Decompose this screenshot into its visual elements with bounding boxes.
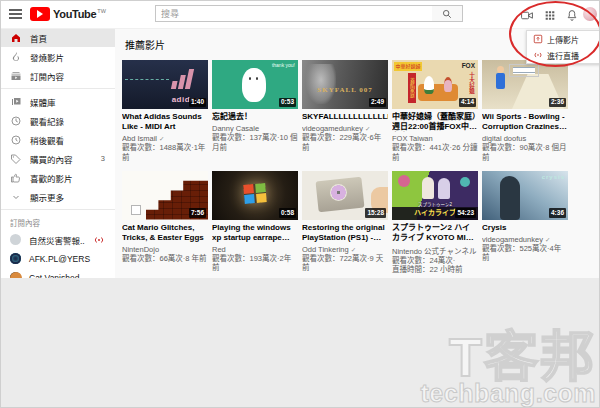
video-channel[interactable]: videogamedunkey✓ <box>482 235 568 244</box>
channel-avatar <box>10 253 21 264</box>
menu-icon[interactable] <box>9 9 22 19</box>
midi-waveform <box>125 79 169 80</box>
video-card[interactable]: SKYFALL 007 2:49 SKYFALLLLLLLLLLLLLLLLLL… <box>302 60 388 163</box>
channel-name: Cat Vanished <box>29 273 79 279</box>
sidebar-channel-item[interactable]: AFK.PL@YERS <box>0 249 115 268</box>
video-duration: 15:28 <box>365 208 386 218</box>
verified-badge-icon: ✓ <box>159 135 164 142</box>
video-channel[interactable]: Odd Tinkering✓ <box>302 245 388 254</box>
sidebar-item-purchases[interactable]: 購買的內容 3 <box>0 149 115 168</box>
search-input[interactable] <box>155 5 433 22</box>
menu-item-upload-video[interactable]: 上傳影片 <box>527 31 600 47</box>
promo-sign: 蓋酷家庭 <box>408 73 416 103</box>
verified-badge-icon: ✓ <box>545 236 550 243</box>
video-meta-live: 直播時間：22 小時前 <box>392 265 478 275</box>
sidebar-item-liked-videos[interactable]: 喜歡的影片 <box>0 168 115 187</box>
sidebar-item-history[interactable]: 觀看紀錄 <box>0 111 115 130</box>
subscriptions-header: 訂閱內容 <box>0 213 115 230</box>
video-card[interactable]: thank you! 0:53 忘記過去！ Danny Casale 觀看次數：… <box>212 60 298 163</box>
divider <box>0 209 115 210</box>
menu-item-go-live[interactable]: 進行直播 <box>527 47 600 63</box>
video-channel[interactable]: Red <box>212 245 298 254</box>
video-title[interactable]: Crysis <box>482 223 568 233</box>
video-card[interactable]: 0:58 Playing the windows xp startup earr… <box>212 171 298 276</box>
video-meta: 觀看次數：137萬次·10 個月前 <box>212 133 298 153</box>
create-video-icon[interactable] <box>520 8 534 21</box>
purchases-count-badge: 3 <box>101 154 105 163</box>
video-channel[interactable]: Abd Ismail✓ <box>122 134 208 143</box>
video-thumbnail[interactable]: thank you! 0:53 <box>212 60 298 109</box>
sidebar-item-library[interactable]: 媒體庫 <box>0 92 115 111</box>
video-channel[interactable]: Danny Casale <box>212 124 298 133</box>
video-title[interactable]: スプラトゥーン2 ハイカライブ KYOTO MIX DAY2... <box>392 223 478 243</box>
sidebar-item-trending[interactable]: 發燒影片 <box>0 47 115 66</box>
youtube-logo[interactable]: YouTube TW <box>30 7 106 21</box>
video-title[interactable]: What Adidas Sounds Like - MIDI Art <box>122 112 208 132</box>
sidebar-item-label: 觀看紀錄 <box>30 115 64 127</box>
search-button[interactable] <box>432 5 463 22</box>
video-thumbnail[interactable]: スプラトゥーン2 ハイカライブ 54:23 <box>392 171 478 220</box>
user-avatar[interactable] <box>583 7 597 21</box>
video-card[interactable]: 2:36 Wii Sports - Bowling - Corruption C… <box>482 60 568 163</box>
sidebar-item-label: 稍後觀看 <box>30 134 64 146</box>
video-meta: 觀看次數：90萬次·8 個月前 <box>482 143 568 163</box>
squid-sister-character <box>422 177 434 199</box>
video-thumbnail[interactable]: SKYFALL 007 2:49 <box>302 60 388 109</box>
video-title[interactable]: Wii Sports - Bowling - Corruption Crazin… <box>482 112 568 132</box>
video-meta: 觀看次數：525萬次·4年前 <box>482 244 568 264</box>
video-thumbnail[interactable]: adidas 1:40 <box>122 60 208 109</box>
sidebar-item-label: 首頁 <box>30 32 47 44</box>
logo-text: YouTube <box>53 7 96 21</box>
video-duration: 4:14 <box>459 98 476 108</box>
sidebar-item-show-more[interactable]: 顯示更多 <box>0 187 115 206</box>
channel-name: 自然災害警報... <box>29 234 85 246</box>
video-thumbnail[interactable]: 15:28 <box>302 171 388 220</box>
video-channel[interactable]: digital doofus <box>482 134 568 143</box>
video-card[interactable]: adidas 1:40 What Adidas Sounds Like - MI… <box>122 60 208 163</box>
watermark: T客邦 techbang.com <box>421 330 596 406</box>
divider <box>0 88 115 89</box>
video-card[interactable]: スプラトゥーン2 ハイカライブ 54:23 スプラトゥーン2 ハイカライブ KY… <box>392 171 478 276</box>
section-title: 推薦影片 <box>125 37 165 52</box>
sidebar-item-subscriptions[interactable]: 訂閱內容 <box>0 66 115 85</box>
video-title[interactable]: Playing the windows xp startup earrape s… <box>212 223 298 243</box>
video-card[interactable]: 中華好媳婦 蓋酷家庭 十大好媳 FOX 4:14 中華好媳婦（蓋酷家庭）週日22… <box>392 60 478 163</box>
home-icon <box>10 32 22 44</box>
video-card[interactable]: 7:56 Cat Mario Glitches, Tricks, & Easte… <box>122 171 208 276</box>
windows-logo <box>243 183 267 204</box>
video-meta: 觀看次數：1488萬次·1年前 <box>122 143 208 163</box>
video-title[interactable]: Restoring the original PlayStation (PS1)… <box>302 223 388 243</box>
mii-head <box>497 66 504 73</box>
video-card[interactable]: 15:28 Restoring the original PlayStation… <box>302 171 388 276</box>
sidebar-item-home[interactable]: 首頁 <box>0 28 115 47</box>
video-thumbnail[interactable]: crysis 4:36 <box>482 171 568 220</box>
video-title[interactable]: 中華好媳婦（蓋酷家庭）週日22:00首播FOX中文台中配... <box>392 112 478 132</box>
main-content: 推薦影片 adidas 1:40 What Adidas Sounds Like… <box>115 28 600 278</box>
youtube-play-icon <box>30 7 50 21</box>
tag-icon <box>10 153 22 165</box>
video-title[interactable]: Cat Mario Glitches, Tricks, & Easter Egg… <box>122 223 208 243</box>
video-thumbnail[interactable]: 7:56 <box>122 171 208 220</box>
video-thumbnail[interactable]: 中華好媳婦 蓋酷家庭 十大好媳 FOX 4:14 <box>392 60 478 109</box>
video-meta: 觀看次數：193萬次·2年前 <box>212 254 298 274</box>
promo-banner: 中華好媳婦 <box>394 62 422 71</box>
video-title[interactable]: SKYFALLLLLLLLLLLLLLLLLLLL <box>302 112 388 122</box>
sidebar-item-label: 購買的內容 <box>30 153 73 165</box>
video-thumbnail[interactable]: 2:36 <box>482 60 568 109</box>
video-channel[interactable]: NintenDojo <box>122 245 208 254</box>
apps-grid-icon[interactable] <box>543 8 557 21</box>
video-channel[interactable]: videogamedunkey✓ <box>302 124 388 133</box>
video-meta: 觀看次數：441次·26 分鐘前 <box>392 143 478 163</box>
watch-later-icon <box>10 134 22 146</box>
sidebar-channel-item[interactable]: 自然災害警報... <box>0 230 115 249</box>
create-menu: 上傳影片 進行直播 <box>526 30 600 64</box>
video-thumbnail[interactable]: 0:58 <box>212 171 298 220</box>
video-card[interactable]: crysis 4:36 Crysis videogamedunkey✓ 觀看次數… <box>482 171 568 276</box>
video-title[interactable]: 忘記過去！ <box>212 112 298 122</box>
video-channel[interactable]: Nintendo 公式チャンネル✓ <box>392 245 478 256</box>
sidebar-item-watch-later[interactable]: 稍後觀看 <box>0 130 115 149</box>
notifications-bell-icon[interactable] <box>565 8 579 21</box>
promo-side-text: 十大好媳 <box>468 72 475 94</box>
video-channel[interactable]: FOX Taiwan <box>392 134 478 143</box>
article-background: T客邦 techbang.com <box>0 278 600 408</box>
